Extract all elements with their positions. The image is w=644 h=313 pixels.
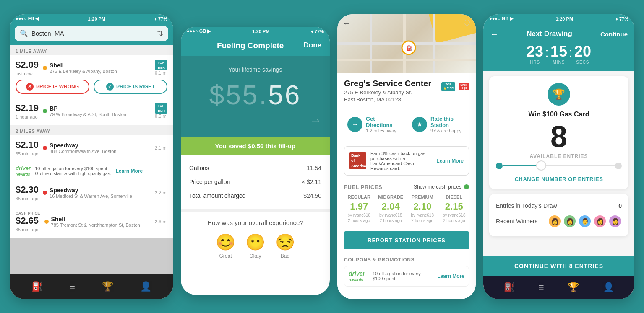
dr-sub-text: Go the distance with high quality gas. — [35, 171, 111, 176]
station-5-price: $2.65 — [16, 215, 40, 226]
ppg-value: × $2.11 — [302, 178, 321, 185]
slider-track — [503, 165, 615, 166]
coupons-title: COUPONS & PROMOTIONS — [344, 257, 469, 263]
price-wrong-button[interactable]: ✕ PRICE IS WRONG — [16, 80, 89, 94]
top-tier-badge: TOPTIER — [155, 60, 167, 70]
p4-back-button[interactable]: ← — [490, 29, 498, 39]
bofa-learn-link[interactable]: Learn More — [436, 158, 464, 164]
fuel-title: FUEL PRICES — [344, 184, 382, 190]
premium-reporter: by ryanc618 — [407, 213, 438, 217]
fuel-col-regular: REGULAR 1.97 by ryanc618 2 hours ago — [344, 194, 374, 223]
toggle-dot — [464, 184, 469, 189]
change-entries-button[interactable]: CHANGE NUMBER OF ENTRIES — [496, 176, 622, 182]
bofa-banner: BankofAmerica Earn 3% cash back on gas p… — [344, 146, 469, 176]
station-map: ⛽ ← ♡ — [337, 14, 476, 73]
winners-avatars: 👩 👩 👨 👩 👩 — [548, 215, 622, 228]
station-card-5[interactable]: CASH PRICE $2.65 35 min ago Shell 785 Tr… — [10, 207, 173, 238]
p3-top-tier: TOP⭐TIER — [441, 82, 455, 91]
p1-status-left: ●●●○ FB ◀ — [16, 16, 39, 21]
dr-promo-text: 10 off a gallon for every $100 spent — [35, 166, 111, 171]
p4-nav-profile[interactable]: 👤 — [603, 282, 614, 293]
station-addr1: 275 E Berkeley & Albany St. — [344, 89, 431, 96]
p1-status-time: 1:20 PM — [88, 16, 106, 21]
bottom-nav-4: ⛽ ≡ 🏆 👤 — [483, 276, 634, 299]
bofa-logo: BankofAmerica — [349, 152, 366, 170]
p4-header: ← Next Drawing Continue 23 HRS : 15 MINS… — [483, 23, 634, 71]
phone-1: ●●●○ FB ◀ 1:20 PM ♦ 77% 🔍 ⇅ 1 MILE AWAY … — [10, 14, 173, 299]
phone-3: ⛽ ← ♡ Greg's Service Center 275 E Berkel… — [337, 14, 476, 299]
nav-profile-icon[interactable]: 👤 — [140, 281, 151, 292]
ppg-label: Price per gallon — [189, 178, 230, 185]
rate-station-btn[interactable]: ★ Rate this Station 97% are happy — [409, 112, 469, 137]
emoji-great[interactable]: 😊 Great — [216, 233, 235, 259]
entries-today-val: 0 — [618, 202, 622, 209]
bofa-text: Earn 3% cash back on gas purchases with … — [370, 151, 432, 171]
search-input[interactable] — [31, 30, 154, 37]
station-5-dist: 2.6 mi — [155, 219, 167, 224]
brand-dot-2 — [43, 109, 47, 113]
diesel-header: DIESEL — [439, 194, 469, 199]
p3-dr-text: 10 off a gallon for every $100 spent — [373, 271, 430, 281]
station-1-addr: 275 E Berkeley & Albany, Boston — [50, 69, 117, 74]
p3-dr-logo: driverrewards — [349, 271, 365, 282]
nav-trips-icon[interactable]: ≡ — [70, 281, 75, 292]
cash-toggle[interactable]: Show me cash prices — [414, 184, 469, 190]
p3-back-button[interactable]: ← — [342, 18, 351, 28]
station-card-4[interactable]: $2.30 35 min ago Speedway 16 Medford St … — [10, 180, 173, 207]
total-value: $24.50 — [303, 192, 321, 199]
diesel-time: 2 hours ago — [439, 218, 469, 223]
p3-favorite-button[interactable]: ♡ — [463, 18, 471, 28]
station-4-name: Speedway — [50, 187, 132, 194]
bad-label: Bad — [275, 253, 295, 259]
station-3-price: $2.10 — [16, 140, 39, 150]
cash-price-label: CASH PRICE — [16, 211, 40, 215]
great-face: 😊 — [216, 233, 235, 251]
nav-trophy-icon[interactable]: 🏆 — [102, 281, 113, 292]
stats-card: Entries in Today's Draw 0 Recent Winners… — [489, 194, 628, 236]
station-4-addr: 16 Medford St & Warren Ave, Somerville — [50, 194, 132, 199]
emoji-okay[interactable]: 😶 Okay — [245, 233, 265, 259]
emoji-bad[interactable]: 😒 Bad — [275, 233, 295, 259]
timer-mins-unit: 15 MINS — [550, 44, 567, 65]
p4-continue-button[interactable]: Continue — [600, 31, 628, 38]
fuel-prices-section: FUEL PRICES Show me cash prices REGULAR … — [337, 180, 476, 227]
fueling-details: Gallons 11.54 Price per gallon × $2.11 T… — [181, 155, 330, 209]
p3-driver-rewards: driverrewards 10 off a gallon for every … — [344, 266, 469, 287]
get-directions-btn[interactable]: → Get Directions 1.2 miles away — [344, 112, 404, 137]
midgrade-header: MIDGRADE — [376, 194, 406, 199]
slider-thumb[interactable] — [536, 160, 546, 171]
p3-dr-learn[interactable]: Learn More — [437, 273, 464, 279]
nav-gas-icon[interactable]: ⛽ — [31, 281, 43, 292]
premium-price: 2.10 — [407, 201, 438, 212]
cta-continue-button[interactable]: CONTINUE WITH 8 ENTRIES — [483, 256, 634, 276]
recent-winners-label: Recent Winners — [496, 218, 538, 225]
dr-learn-link[interactable]: Learn More — [115, 168, 143, 174]
cash-toggle-label: Show me cash prices — [414, 184, 461, 190]
station-card-3[interactable]: $2.10 35 min ago Speedway 888 Commonweal… — [10, 135, 173, 162]
p4-nav-gas[interactable]: ⛽ — [503, 282, 515, 293]
p2-done-button[interactable]: Done — [304, 41, 322, 50]
rate-sub: 97% are happy — [430, 128, 466, 133]
entries-count: 8 — [496, 122, 622, 152]
report-prices-button[interactable]: REPORT STATION PRICES — [344, 231, 469, 249]
station-2-addr: 79 W Broadway & A St, South Boston — [50, 112, 126, 117]
premium-header: PREMIUM — [407, 194, 438, 199]
station-3-time: 35 min ago — [16, 151, 39, 156]
entries-today-label: Entries in Today's Draw — [496, 202, 557, 209]
driver-rewards-logo: driverrewards — [16, 166, 31, 176]
regular-time: 2 hours ago — [344, 218, 374, 223]
filter-icon[interactable]: ⇅ — [157, 29, 163, 38]
slider-right-handle — [615, 163, 622, 169]
p4-nav-trophy[interactable]: 🏆 — [568, 282, 579, 293]
p2-title-text: Fueling Complete — [217, 41, 284, 50]
entries-slider[interactable] — [496, 159, 622, 173]
p4-nav-trips[interactable]: ≡ — [539, 282, 544, 293]
price-right-button[interactable]: ✓ PRICE IS RIGHT — [94, 80, 167, 94]
station-badges: TOP⭐TIER Shelllogo — [441, 82, 469, 91]
x-icon: ✕ — [26, 83, 34, 91]
prize-card: 🏆 Win $100 Gas Card 8 AVAILABLE ENTRIES … — [489, 76, 628, 189]
premium-time: 2 hours ago — [407, 218, 438, 223]
timer-mins-label: MINS — [550, 60, 567, 65]
station-card-1[interactable]: $2.09 just now Shell 275 E Berkeley & Al… — [10, 55, 173, 98]
station-card-2[interactable]: $2.19 1 hour ago BP 79 W Broadway & A St… — [10, 98, 173, 125]
